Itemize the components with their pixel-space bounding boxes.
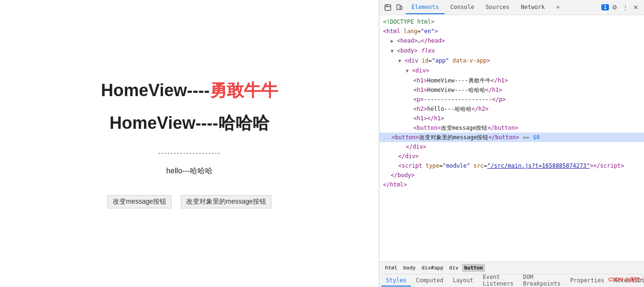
- svg-rect-4: [400, 6, 402, 9]
- devtools-panel: Elements Console Sources Network » 1 ⚙ ⋮…: [379, 0, 644, 287]
- title2: HomeView----哈哈哈: [109, 112, 269, 135]
- dom-line-html[interactable]: <html lang="en">: [379, 27, 644, 36]
- dom-line-html-close[interactable]: </html>: [379, 180, 644, 189]
- inspect-element-icon[interactable]: [383, 3, 393, 12]
- dom-line-body-close[interactable]: </body>: [379, 170, 644, 180]
- dom-line-h2[interactable]: <h2>hello---哈哈哈</h2>: [379, 104, 644, 114]
- tab-elements[interactable]: Elements: [406, 1, 445, 14]
- tab-properties[interactable]: Properties: [565, 275, 609, 287]
- dom-line-doctype[interactable]: <!DOCTYPE html>: [379, 17, 644, 27]
- devtools-bottom-tabs: Styles Computed Layout Event Listeners D…: [379, 274, 644, 287]
- breadcrumb-button[interactable]: button: [462, 264, 485, 272]
- dom-line-div[interactable]: ▼ <div>: [379, 66, 644, 76]
- dom-line-div-app[interactable]: ▼ <div id="app" data-v-app>: [379, 56, 644, 66]
- tab-event-listeners[interactable]: Event Listeners: [478, 272, 519, 287]
- dom-line-script[interactable]: <script type="module" src="/src/main.js?…: [379, 161, 644, 170]
- tab-more[interactable]: »: [551, 1, 565, 14]
- change-message-button[interactable]: 改变message按钮: [107, 195, 171, 208]
- notification-badge: 1: [601, 4, 609, 10]
- breadcrumb-div-app[interactable]: div#app: [420, 264, 445, 272]
- webpage-content: HomeView----勇敢牛牛 HomeView----哈哈哈 -------…: [0, 0, 379, 287]
- title1: HomeView----勇敢牛牛: [101, 79, 277, 102]
- tab-network[interactable]: Network: [515, 1, 551, 14]
- hello-text: hello---哈哈哈: [166, 166, 213, 176]
- tab-styles[interactable]: Styles: [381, 275, 411, 287]
- dom-line-head[interactable]: ▶ <head>…</head>: [379, 36, 644, 46]
- dashes: --------------------: [158, 149, 221, 157]
- dom-tree[interactable]: <!DOCTYPE html> <html lang="en"> ▶ <head…: [379, 15, 644, 261]
- button-row: 改变message按钮 改变对象里的message按钮: [107, 195, 271, 208]
- breadcrumb-body[interactable]: body: [402, 264, 418, 272]
- dom-line-button2-selected[interactable]: ...<button>改变对象里的message按钮</button> == $…: [379, 133, 644, 142]
- breadcrumb-html[interactable]: html: [383, 264, 400, 272]
- tab-console[interactable]: Console: [445, 1, 480, 14]
- dom-line-h1-empty[interactable]: <h1></h1>: [379, 114, 644, 123]
- title1-cn: 勇敢牛牛: [210, 81, 278, 100]
- tab-dom-breakpoints[interactable]: DOM Breakpoints: [519, 272, 565, 287]
- breadcrumb-div[interactable]: div: [447, 264, 460, 272]
- dom-line-h1-1[interactable]: <h1>HomeView----勇敢牛牛</h1>: [379, 76, 644, 85]
- tab-layout[interactable]: Layout: [448, 275, 478, 287]
- tab-sources[interactable]: Sources: [480, 1, 515, 14]
- devtools-tab-bar: Elements Console Sources Network »: [406, 1, 599, 14]
- watermark: CSDN @闲忙~: [608, 276, 643, 283]
- devtools-toolbar: Elements Console Sources Network » 1 ⚙ ⋮…: [379, 0, 644, 15]
- svg-rect-3: [397, 5, 400, 9]
- devtools-right-icons: 1 ⚙ ⋮ ✕: [601, 3, 640, 12]
- title1-prefix: HomeView----: [101, 81, 209, 100]
- change-object-message-button[interactable]: 改变对象里的message按钮: [181, 195, 271, 208]
- close-devtools-icon[interactable]: ✕: [631, 3, 640, 12]
- dom-line-div-app-close[interactable]: </div>: [379, 152, 644, 161]
- dom-line-div-close[interactable]: </div>: [379, 142, 644, 152]
- settings-icon[interactable]: ⚙: [610, 3, 619, 12]
- more-options-icon[interactable]: ⋮: [620, 3, 630, 12]
- dom-line-p[interactable]: <p>--------------------</p>: [379, 95, 644, 104]
- tab-computed[interactable]: Computed: [411, 275, 448, 287]
- svg-rect-0: [385, 5, 391, 10]
- dom-line-h1-2[interactable]: <h1>HomeView----哈哈哈</h1>: [379, 85, 644, 95]
- device-toolbar-icon[interactable]: [394, 3, 404, 12]
- dom-line-button1[interactable]: <button>改变message按钮</button>: [379, 123, 644, 133]
- dom-line-body[interactable]: ▼ <body> flex: [379, 46, 644, 56]
